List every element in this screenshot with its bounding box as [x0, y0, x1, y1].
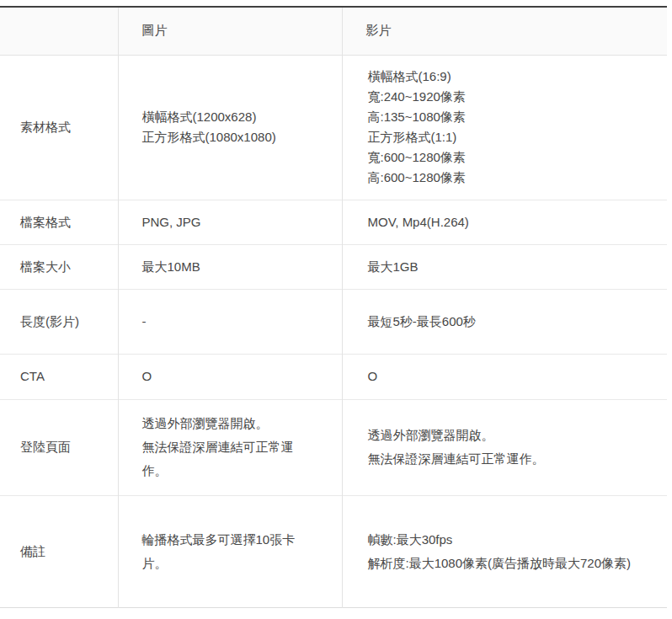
cell-line: - — [142, 312, 320, 332]
row-label: 檔案格式 — [0, 200, 118, 244]
image-cell: - — [118, 289, 342, 354]
cell-line: 橫幅格式(16:9) — [368, 67, 646, 87]
cell-line: 透過外部瀏覽器開啟。 — [368, 424, 646, 447]
cell-line: 高:600~1280像素 — [368, 168, 646, 188]
cell-line: 無法保證深層連結可正常運作。 — [368, 447, 646, 471]
cell-line: 橫幅格式(1200x628) — [142, 107, 320, 127]
cell-line: 正方形格式(1:1) — [368, 127, 646, 147]
cell-line: 無法保證深層連結可正常運作。 — [142, 435, 305, 483]
cell-line: 寬:240~1920像素 — [368, 87, 646, 107]
cell-line: 輪播格式最多可選擇10張卡片。 — [142, 528, 320, 575]
header-cell-image: 圖片 — [118, 7, 342, 55]
row-label: 備註 — [0, 495, 118, 607]
cell-line: 最短5秒-最長600秒 — [368, 312, 646, 332]
row-label: 登陸頁面 — [0, 399, 118, 495]
video-cell: 最大1GB — [342, 244, 667, 289]
page: 圖片 影片 素材格式橫幅格式(1200x628)正方形格式(1080x1080)… — [0, 0, 672, 619]
table-header: 圖片 影片 — [0, 7, 667, 55]
image-cell: O — [118, 354, 342, 399]
image-cell: 輪播格式最多可選擇10張卡片。 — [118, 495, 342, 607]
cell-line: 寬:600~1280像素 — [368, 147, 646, 168]
row-label: CTA — [0, 354, 118, 399]
cell-line: PNG, JPG — [142, 212, 320, 232]
table-row: 備註輪播格式最多可選擇10張卡片。幀數:最大30fps解析度:最大1080像素(… — [0, 495, 667, 607]
cell-line: 高:135~1080像素 — [368, 107, 646, 127]
cell-line: 幀數:最大30fps — [368, 528, 646, 552]
header-row: 圖片 影片 — [0, 7, 667, 55]
video-cell: 透過外部瀏覽器開啟。無法保證深層連結可正常運作。 — [342, 399, 667, 495]
table-row: 素材格式橫幅格式(1200x628)正方形格式(1080x1080)橫幅格式(1… — [0, 55, 667, 200]
image-cell: 透過外部瀏覽器開啟。無法保證深層連結可正常運作。 — [118, 399, 342, 495]
video-cell: 最短5秒-最長600秒 — [342, 289, 667, 354]
table-row: 登陸頁面透過外部瀏覽器開啟。無法保證深層連結可正常運作。透過外部瀏覽器開啟。無法… — [0, 399, 667, 495]
header-cell-blank — [0, 7, 118, 55]
row-label: 長度(影片) — [0, 289, 118, 354]
spec-table-body: 素材格式橫幅格式(1200x628)正方形格式(1080x1080)橫幅格式(1… — [0, 55, 667, 607]
row-label: 檔案大小 — [0, 244, 118, 289]
header-cell-video: 影片 — [342, 7, 667, 55]
row-label: 素材格式 — [0, 55, 118, 200]
video-cell: 幀數:最大30fps解析度:最大1080像素(廣告播放時最大720像素) — [342, 495, 667, 607]
table-row: 長度(影片)-最短5秒-最長600秒 — [0, 289, 667, 354]
cell-line: 最大10MB — [142, 257, 320, 277]
video-cell: MOV, Mp4(H.264) — [342, 200, 667, 244]
cell-line: O — [368, 366, 646, 387]
table-row: CTAOO — [0, 354, 667, 399]
cell-line: 最大1GB — [368, 257, 646, 277]
cell-line: MOV, Mp4(H.264) — [368, 212, 646, 232]
cell-line: O — [142, 366, 320, 387]
cell-line: 正方形格式(1080x1080) — [142, 127, 320, 147]
table-row: 檔案格式PNG, JPGMOV, Mp4(H.264) — [0, 200, 667, 244]
cell-line: 透過外部瀏覽器開啟。 — [142, 412, 305, 435]
video-cell: O — [342, 354, 667, 399]
cell-line: 解析度:最大1080像素(廣告播放時最大720像素) — [368, 552, 646, 575]
image-cell: PNG, JPG — [118, 200, 342, 244]
table-row: 檔案大小最大10MB最大1GB — [0, 244, 667, 289]
image-cell: 橫幅格式(1200x628)正方形格式(1080x1080) — [118, 55, 342, 200]
asset-spec-table: 圖片 影片 素材格式橫幅格式(1200x628)正方形格式(1080x1080)… — [0, 6, 667, 608]
image-cell: 最大10MB — [118, 244, 342, 289]
video-cell: 橫幅格式(16:9)寬:240~1920像素高:135~1080像素正方形格式(… — [342, 55, 667, 200]
